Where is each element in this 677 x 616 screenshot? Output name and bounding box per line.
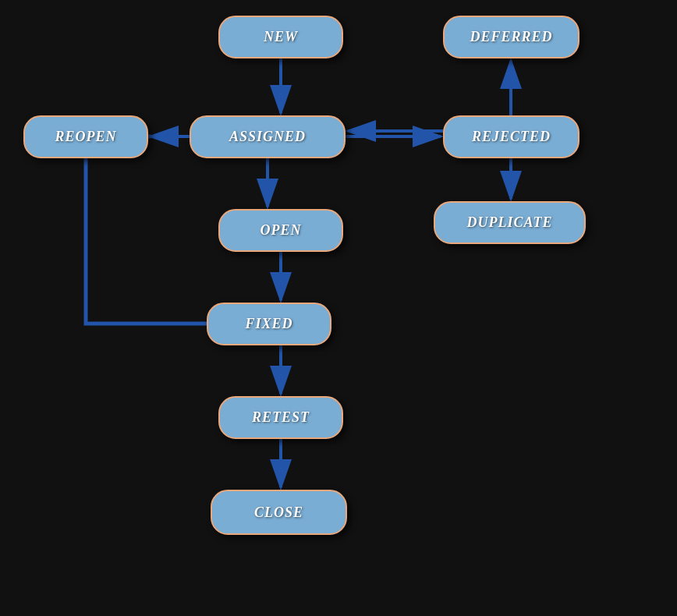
node-deferred: DEFERRED [443, 16, 580, 58]
node-duplicate: DUPLICATE [434, 201, 586, 244]
node-fixed: FIXED [207, 303, 331, 345]
node-retest: RETEST [218, 396, 343, 439]
node-new: NEW [218, 16, 343, 58]
diagram-container: NEW ASSIGNED REOPEN OPEN FIXED RETEST CL… [0, 0, 677, 616]
node-open: OPEN [218, 209, 343, 252]
node-assigned: ASSIGNED [190, 115, 346, 158]
node-reopen: REOPEN [23, 115, 148, 158]
node-rejected: REJECTED [443, 115, 580, 158]
node-close: CLOSE [211, 490, 347, 535]
